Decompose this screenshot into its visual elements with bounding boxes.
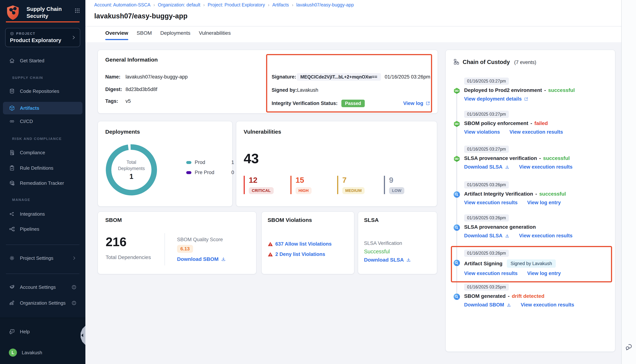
project-name: Product Exploratory <box>10 37 61 44</box>
sidebar-item-remediation-tracker[interactable]: Remediation Tracker <box>3 177 83 189</box>
sidebar-section-manage: MANAGE <box>12 198 30 202</box>
right-utility-strip <box>621 0 636 364</box>
breadcrumb-artifacts[interactable]: Artifacts <box>272 2 289 8</box>
view-execution-results-link[interactable]: View execution results <box>464 270 518 276</box>
app-title: Supply Chain Security <box>27 6 66 19</box>
sidebar-item-account-settings[interactable]: Account Settings <box>3 281 83 294</box>
link-label: Download SLSA <box>464 233 503 238</box>
sidebar-item-help[interactable]: ? Help <box>3 326 83 338</box>
download-sbom-link[interactable]: Download SBOM <box>464 302 511 308</box>
chain-event-sbom-policy: 01/16/2025 03:27pm SBOM policy enforceme… <box>446 110 610 135</box>
cd-hexagon-icon <box>453 88 460 94</box>
severity-count: 9 <box>389 176 431 184</box>
page-title: lavakush07/easy-buggy-app <box>94 12 188 20</box>
sidebar-item-organization-settings[interactable]: Organization Settings <box>3 297 83 309</box>
chain-event-slsa-generation: 01/16/2025 03:26pm SLSA provenance gener… <box>446 214 610 238</box>
sidebar-item-code-repositories[interactable]: Code Repositories <box>3 85 83 98</box>
event-status: successful <box>548 87 575 93</box>
severity-critical: 12 CRITICAL <box>244 176 290 194</box>
event-title: SLSA provenance verification <box>464 155 537 161</box>
cd-hexagon-icon <box>453 156 460 162</box>
event-separator: - <box>539 155 541 161</box>
view-execution-results-link[interactable]: View execution results <box>519 233 573 238</box>
download-slsa-link[interactable]: Download SLSA <box>464 164 510 170</box>
view-log-entry-link[interactable]: View log entry <box>527 270 561 276</box>
card-vertical-divider <box>267 66 267 109</box>
download-slsa-link[interactable]: Download SLSA <box>364 257 411 263</box>
chain-event-artifact-integrity: 01/16/2025 03:26pm Artifact Integrity Ve… <box>446 181 610 206</box>
link-label: Download SLSA <box>464 164 503 170</box>
view-execution-results-link[interactable]: View execution results <box>464 200 518 206</box>
view-violations-link[interactable]: View violations <box>464 129 500 135</box>
sbom-quality-label: SBOM Quality Score <box>177 237 223 242</box>
download-icon <box>506 302 511 308</box>
pipelines-icon <box>9 226 15 232</box>
field-value: v5 <box>126 98 131 104</box>
download-sbom-link[interactable]: Download SBOM <box>177 256 226 262</box>
event-separator: - <box>544 87 546 93</box>
sidebar-item-cicd[interactable]: CI/CD <box>3 115 83 128</box>
chevron-right-icon <box>71 35 76 40</box>
view-log-entry-link[interactable]: View log entry <box>527 200 561 206</box>
deny-list-violations-link[interactable]: 2 Deny list Violations <box>267 252 325 257</box>
event-title: SBOM generated <box>464 293 506 299</box>
breadcrumb-separator: › <box>268 2 269 8</box>
sidebar-item-rule-definitions[interactable]: Rule Definitions <box>3 162 83 174</box>
feedback-chat-icon[interactable] <box>624 343 633 352</box>
slsa-status: Successful <box>364 248 390 254</box>
field-label: Name: <box>105 74 126 80</box>
sidebar: Supply Chain Security PROJECT Product Ex… <box>0 0 85 364</box>
allow-list-violations-link[interactable]: 637 Allow list Violations <box>267 241 332 247</box>
project-selector[interactable]: PROJECT Product Exploratory <box>5 28 80 47</box>
sidebar-item-get-started[interactable]: Get Started <box>3 54 83 67</box>
view-log-link[interactable]: View log <box>403 100 430 106</box>
sbom-quality-score-badge: 6.13 <box>177 245 193 253</box>
view-execution-results-link[interactable]: View execution results <box>510 129 563 135</box>
sidebar-user[interactable]: L Lavakush <box>3 346 83 359</box>
breadcrumb-project[interactable]: Project: Product Exploratory <box>208 2 265 8</box>
event-status: drift detected <box>512 293 544 299</box>
tab-vulnerabilities[interactable]: Vulnerabilities <box>199 30 231 40</box>
view-execution-results-link[interactable]: View execution results <box>521 302 574 308</box>
sidebar-item-label: Project Settings <box>20 255 53 261</box>
breadcrumb-current[interactable]: lavakush07/easy-buggy-app <box>296 2 354 8</box>
donut-total: 1 <box>129 172 133 180</box>
breadcrumb-account[interactable]: Account: Automation-SSCA <box>94 2 151 8</box>
event-title: SBOM policy enforcement <box>464 120 528 126</box>
download-slsa-link[interactable]: Download SLSA <box>464 233 510 238</box>
breadcrumb-separator: › <box>153 2 155 8</box>
link-label: View log <box>403 100 423 106</box>
legend-value: 1 <box>231 160 234 165</box>
sidebar-item-project-settings[interactable]: Project Settings <box>3 252 83 264</box>
event-separator: - <box>508 293 510 299</box>
chain-event-artifact-signing: 01/16/2025 03:26pm Artifact Signing Sign… <box>446 249 610 276</box>
sidebar-divider <box>6 244 80 245</box>
panel-title: Chain of Custody <box>463 59 510 66</box>
view-deployment-details-link[interactable]: View deployment details <box>464 96 528 102</box>
sidebar-item-integrations[interactable]: Integrations <box>3 208 83 220</box>
link-label: 637 Allow list Violations <box>275 241 332 247</box>
chain-event-deployed-prod2: 01/16/2025 03:27pm Deployed to Prod2 env… <box>446 77 610 102</box>
severity-badge: MEDIUM <box>342 187 365 194</box>
sidebar-item-label: Integrations <box>20 211 45 217</box>
event-timestamp: 01/16/2025 03:25pm <box>464 284 509 291</box>
event-status: successful <box>543 155 570 161</box>
clipboard-check-icon <box>9 165 15 171</box>
page-header: Account: Automation-SSCA › Organization:… <box>85 0 621 42</box>
tab-sbom[interactable]: SBOM <box>137 30 152 40</box>
tab-deployments[interactable]: Deployments <box>160 30 190 40</box>
view-execution-results-link[interactable]: View execution results <box>519 164 573 170</box>
card-title: SBOM Violations <box>267 217 312 223</box>
breadcrumb: Account: Automation-SSCA › Organization:… <box>94 2 354 8</box>
module-grid-icon[interactable] <box>74 8 80 14</box>
sidebar-item-artifacts[interactable]: Artifacts <box>3 102 83 114</box>
sidebar-item-label: Artifacts <box>20 105 39 111</box>
sidebar-section-supply-chain: SUPPLY CHAIN <box>12 76 43 80</box>
field-label: Tags: <box>105 98 126 104</box>
chevron-right-icon <box>72 256 77 260</box>
severity-badge: HIGH <box>295 187 311 194</box>
sidebar-item-pipelines[interactable]: Pipelines <box>3 223 83 235</box>
breadcrumb-organization[interactable]: Organization: default <box>158 2 200 8</box>
tab-overview[interactable]: Overview <box>105 30 128 40</box>
sidebar-item-compliance[interactable]: Compliance <box>3 146 83 159</box>
